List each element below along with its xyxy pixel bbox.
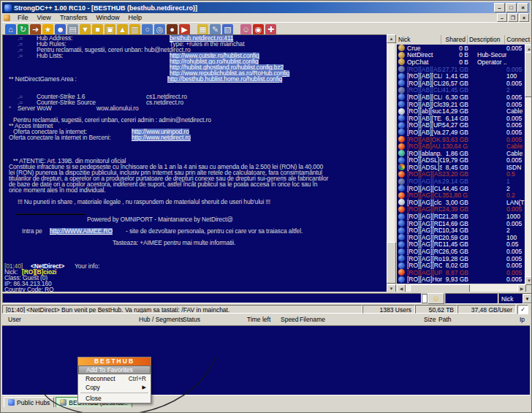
- context-item-add-to-favorites[interactable]: Add To Favorites: [78, 365, 151, 374]
- userlist[interactable]: Crue0 B0.005NetDirect0 BHub-Secur...OpCh…: [397, 45, 525, 284]
- adl-search-icon[interactable]: ◎: [154, 24, 165, 35]
- input-size-grip[interactable]: [422, 294, 428, 303]
- transfers-col-filename[interactable]: Filename: [300, 316, 325, 324]
- shutdown-icon[interactable]: ◉: [253, 24, 264, 35]
- context-item-reconnect[interactable]: ReconnectCtrl+R: [78, 374, 151, 383]
- menu-item-transfers[interactable]: Transfers: [56, 14, 92, 21]
- notepad-icon[interactable]: ▧: [222, 24, 233, 35]
- userlist-row[interactable]: [RO][AG][RD...14,69 GB0.005: [397, 220, 525, 227]
- user-user-icon: [398, 234, 405, 240]
- userlist-row[interactable]: [RO][AG][RD...10,34 GB2: [397, 227, 525, 234]
- userlist-row[interactable]: [RO][AG][As...29,14 GB1: [397, 178, 525, 185]
- recent-hubs-icon[interactable]: ▤: [67, 24, 78, 35]
- userlist-row[interactable]: NetDirect0 BHub-Secur...: [397, 52, 525, 59]
- hub-chat-pane[interactable]: .=Hub Address:besthub.netdirect.ro:411.=…: [2, 34, 387, 292]
- userlist-col-shared[interactable]: Shared: [441, 35, 468, 44]
- maximize-button[interactable]: □: [506, 3, 517, 12]
- userlist-row[interactable]: [RO][AG][RO...26,05 GB0.005: [397, 248, 525, 255]
- child-minimize-button[interactable]: –: [497, 13, 507, 22]
- transfers-col-speed[interactable]: Speed: [281, 316, 299, 324]
- transfers-col-status[interactable]: Status: [183, 316, 200, 324]
- away-icon[interactable]: ☺: [240, 24, 251, 35]
- userlist-row[interactable]: [RO][AB]OK...93,63 GB0.005: [397, 136, 525, 143]
- transfers-col-ip[interactable]: Ip: [520, 316, 525, 324]
- chat-scroll-up-icon[interactable]: ▲: [387, 34, 396, 43]
- transfers-col-user[interactable]: User: [8, 316, 21, 324]
- child-close-button[interactable]: ×: [519, 13, 529, 22]
- userlist-row[interactable]: OpChat0 BOperator ...: [397, 58, 525, 66]
- context-item-close[interactable]: Close: [78, 394, 151, 403]
- userlist-row[interactable]: [RO][AG][CL...44,45 GB2: [397, 185, 525, 192]
- tab-public-hubs[interactable]: Public Hubs: [4, 397, 54, 408]
- userlist-row[interactable]: [RO][AG][AS...23,20 GB0.5: [397, 171, 525, 178]
- userlist-filter-input[interactable]: [445, 293, 498, 304]
- userlist-row[interactable]: [RO][AG]Honda9,93 GB0.005: [397, 276, 525, 284]
- finished-uploads-icon[interactable]: ▲: [117, 24, 128, 35]
- userlist-row[interactable]: [RO][AG][clc...3,00 GBLAN(T1): [397, 199, 525, 206]
- title-bar[interactable]: StrongDC++ 1.00 RC10 - [BESTHUB (besthub…: [2, 2, 530, 13]
- userlist-row[interactable]: [RO][AB][Clo...39,21 GB0.005: [397, 101, 525, 108]
- userlist-row[interactable]: [RO][AG][RD...21,28 GB1000: [397, 213, 525, 220]
- open-filelist-icon[interactable]: ▦: [197, 24, 208, 35]
- close-button[interactable]: ×: [517, 3, 528, 12]
- userlist-row[interactable]: [RO][AB][CLI...6,30 GB0.005: [397, 94, 525, 101]
- chat-message-input[interactable]: [2, 293, 422, 303]
- userlist-row[interactable]: [RO][ADSL]C...19,79 GB0.005: [397, 157, 525, 164]
- userlist-row[interactable]: [RO][AG][Ro...19,28 GB0.005: [397, 255, 525, 262]
- child-window-icon[interactable]: [4, 15, 10, 21]
- quick-connect-icon[interactable]: ✚: [265, 24, 276, 35]
- combo-dropdown-icon[interactable]: ▼: [522, 294, 532, 303]
- userlist-row[interactable]: [RO][AB][CLI...1,41 GB100: [397, 72, 525, 80]
- finished-downloads-icon[interactable]: ■: [92, 24, 103, 35]
- userlist-row[interactable]: [RO][AB][AS...27,71 GB0.005: [397, 66, 525, 73]
- download-queue-icon[interactable]: ▼: [80, 24, 91, 35]
- userlist-row[interactable]: [RO][AB][TE...6,14 GB0.005: [397, 115, 525, 122]
- userlist-row[interactable]: [RO][AG][RD...20,59 GB100: [397, 234, 525, 241]
- user-shared: 19,79 GB: [442, 156, 468, 164]
- transfers-col-path[interactable]: Path: [438, 316, 452, 324]
- userlist-row[interactable]: [RO][AB]AU...130,64 GBCable: [397, 143, 525, 150]
- userlist-row[interactable]: [RO][AG][RD...11,45 GB0.05: [397, 241, 525, 249]
- userlist-row[interactable]: [RO][AB][CLI...26,57 GB0.005: [397, 80, 525, 87]
- settings-icon[interactable]: ✎: [210, 24, 221, 35]
- filter-column-combo[interactable]: Nick ▼: [498, 293, 532, 304]
- search-icon[interactable]: ○: [142, 24, 153, 35]
- status-checkbox[interactable]: ✓: [517, 305, 528, 314]
- follow-redirect-icon[interactable]: ➔: [30, 24, 41, 35]
- userlist-col-nick[interactable]: Nick: [397, 35, 441, 44]
- menu-item-view[interactable]: View: [33, 14, 56, 21]
- userlist-row[interactable]: [RO][AG][UP...8,87 GB0.005: [397, 269, 525, 276]
- userlist-row[interactable]: [RO][ADSL]S...8,45 GBISDN: [397, 164, 525, 171]
- userlist-row[interactable]: [RO][AG][RD...24,39 GB0.005: [397, 206, 525, 213]
- search-spy-icon[interactable]: ●: [167, 24, 178, 35]
- minimize-button[interactable]: –: [494, 3, 505, 12]
- userlist-row[interactable]: [RO][ab][suc...14,29 GBCable: [397, 107, 525, 115]
- waiting-users-icon[interactable]: ▣: [104, 24, 115, 35]
- emoticon-button[interactable]: ☺: [428, 293, 444, 304]
- reconnect-icon[interactable]: ↻: [18, 24, 28, 35]
- favorite-users-icon[interactable]: ☻: [55, 24, 66, 35]
- userlist-row[interactable]: [RO][AG][RO...8,02 GB0.005: [397, 262, 525, 269]
- transfers-col-size[interactable]: Size: [424, 316, 436, 324]
- userlist-col-description[interactable]: Description: [468, 35, 505, 44]
- context-item-copy[interactable]: Copy▶: [78, 383, 151, 392]
- userlist-row[interactable]: [RO][AB][Va...27,49 GB0.005: [397, 129, 525, 136]
- userlist-col-connect[interactable]: Connect: [505, 35, 531, 44]
- network-stats-icon[interactable]: ▶: [179, 24, 190, 35]
- menu-item-file[interactable]: File: [13, 14, 33, 21]
- transfers-col-hub-segments[interactable]: Hub / Segments: [139, 316, 183, 324]
- userlist-scroll-thumb[interactable]: [525, 52, 532, 97]
- userlist-row[interactable]: [RO][AB][CLI...41,45 GB2: [397, 87, 525, 94]
- transfers-col-time-left[interactable]: Time left: [247, 316, 270, 324]
- menu-item-window[interactable]: Window: [92, 14, 124, 21]
- child-restore-button[interactable]: ❐: [508, 13, 518, 22]
- favorite-hubs-icon[interactable]: ★: [42, 24, 53, 35]
- userlist-row[interactable]: [RO][ablanp...1,86 GBCable: [397, 150, 525, 157]
- userlist-row[interactable]: [RO][AG][CL...351,80 GB0.2: [397, 192, 525, 199]
- upload-queue-icon[interactable]: ▥: [129, 24, 140, 35]
- userlist-row[interactable]: Crue0 B0.005: [397, 45, 525, 52]
- userlist-row[interactable]: [RO][AB][UP...54,27 GB0.005: [397, 122, 525, 129]
- menu-item-help[interactable]: Help: [124, 14, 147, 21]
- chat-scroll-thumb[interactable]: [387, 242, 396, 284]
- public-hubs-icon[interactable]: ⌂: [5, 24, 16, 35]
